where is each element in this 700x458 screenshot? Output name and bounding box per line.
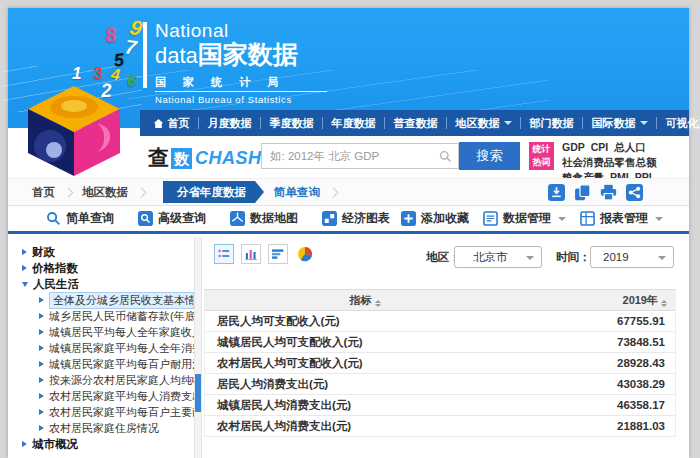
nav-label: 季度数据 <box>270 116 314 131</box>
table-row: 农村居民人均消费支出(元)21881.03 <box>205 416 675 437</box>
tool-label: 添加收藏 <box>421 210 469 227</box>
screen: 9 8 7 5 3 4 6 1 2 National data国家数据 国 家 … <box>0 0 700 458</box>
chashu-logo: 查 数 CHASHU <box>148 144 275 172</box>
nav-label: 国际数据 <box>592 116 636 131</box>
region-select[interactable]: 北京市 <box>454 246 542 268</box>
sidebar-scrollbar[interactable] <box>194 237 202 458</box>
hot-word-link[interactable]: GDP <box>562 141 585 153</box>
triangle-right-icon <box>39 297 44 303</box>
nav-label: 可视化产品 <box>666 116 700 131</box>
logo-digit: 7 <box>123 35 137 59</box>
copy-icon[interactable] <box>574 184 591 201</box>
site-title: National data国家数据 国 家 统 计 局 National Bur… <box>143 20 327 105</box>
title-english: National <box>155 20 327 41</box>
report-manage-icon <box>580 211 595 226</box>
tree-item-urban-durables[interactable]: 城镇居民家庭平均每百户耐用消费品拥有 <box>8 356 194 372</box>
sort-icon[interactable] <box>375 300 381 307</box>
nav-item-home[interactable]: 首页 <box>144 117 198 129</box>
chevron-right-icon <box>137 187 147 197</box>
chevron-down-icon <box>655 217 663 221</box>
tree-item-rural-durables[interactable]: 农村居民家庭平均每百户主要耐用消费品 <box>8 404 194 420</box>
triangle-right-icon <box>39 409 44 415</box>
tree-item-people-livelihood[interactable]: 人民生活 <box>8 276 194 292</box>
main-navigation: 首页 月度数据 季度数据 年度数据 普查数据 地区数据 部门数据 国际数据 可视… <box>140 110 689 136</box>
chart-grid-icon <box>322 211 337 226</box>
breadcrumb-active-provincial-annual[interactable]: 分省年度数据 <box>163 181 264 203</box>
nav-item-census[interactable]: 普查数据 <box>384 117 446 129</box>
advanced-query-tab[interactable]: 高级查询 <box>138 210 206 227</box>
tree-item-urban-income-source[interactable]: 城镇居民平均每人全年家庭收入来源 <box>8 324 194 340</box>
sidebar-scrollbar-thumb[interactable] <box>195 374 201 412</box>
breadcrumb-simple-query[interactable]: 简单查询 <box>274 185 320 200</box>
hot-word-link[interactable]: 总人口 <box>614 141 646 153</box>
header-label: 2019年 <box>623 294 658 306</box>
economic-charts-tab[interactable]: 经济图表 <box>322 210 390 227</box>
breadcrumb-home[interactable]: 首页 <box>32 185 55 200</box>
plus-icon <box>401 211 416 226</box>
hot-word-link[interactable]: 社会消费品零售总额 <box>562 156 657 168</box>
triangle-right-icon <box>39 377 44 383</box>
report-manage-dropdown[interactable]: 报表管理 <box>580 210 663 227</box>
tree-label: 农村居民家庭住房情况 <box>49 421 159 436</box>
sort-icon[interactable] <box>661 300 667 307</box>
data-map-tab[interactable]: 数据地图 <box>230 210 298 227</box>
query-tools: 简单查询 高级查询 数据地图 <box>8 210 390 227</box>
nav-item-monthly[interactable]: 月度数据 <box>198 117 260 129</box>
simple-query-tab[interactable]: 简单查询 <box>46 210 114 227</box>
print-icon[interactable] <box>600 184 617 201</box>
nav-item-regional[interactable]: 地区数据 <box>446 117 520 129</box>
tree-item-income-overview-selected[interactable]: 全体及分城乡居民收支基本情况(新口径) <box>8 292 194 308</box>
nav-label: 部门数据 <box>530 116 574 131</box>
hot-words-badge: 统计 热词 <box>529 142 554 170</box>
bureau-name-cn: 国 家 统 计 局 <box>155 75 327 90</box>
nav-item-annual[interactable]: 年度数据 <box>322 117 384 129</box>
site-header: 9 8 7 5 3 4 6 1 2 National data国家数据 国 家 … <box>8 8 689 128</box>
query-toolbar: 简单查询 高级查询 数据地图 <box>8 206 689 234</box>
hot-word-link[interactable]: CPI <box>591 141 609 153</box>
nav-label: 月度数据 <box>208 116 252 131</box>
breadcrumb-regional-data[interactable]: 地区数据 <box>82 185 128 200</box>
nav-item-international[interactable]: 国际数据 <box>582 117 656 129</box>
tree-item-city-overview[interactable]: 城市概况 <box>8 436 194 452</box>
tree-label: 按来源分农村居民家庭人均纯收入 <box>49 373 194 388</box>
search-input[interactable] <box>262 144 458 168</box>
nav-item-quarterly[interactable]: 季度数据 <box>260 117 322 129</box>
time-select[interactable]: 2019 <box>590 246 674 268</box>
tool-label: 简单查询 <box>66 210 114 227</box>
tree-item-rural-net-income[interactable]: 按来源分农村居民家庭人均纯收入 <box>8 372 194 388</box>
page-action-icons <box>548 184 643 201</box>
download-icon[interactable] <box>548 184 565 201</box>
triangle-right-icon <box>39 313 44 319</box>
nav-item-departmental[interactable]: 部门数据 <box>520 117 582 129</box>
logo-digit: 1 <box>72 64 81 84</box>
search-outline-icon <box>46 211 61 226</box>
tree-item-urban-consumption[interactable]: 城镇居民家庭平均每人全年消费性支出 <box>8 340 194 356</box>
data-manage-icon <box>483 211 498 226</box>
tree-item-finance[interactable]: 财政 <box>8 244 194 260</box>
header-label: 指标 <box>350 294 372 306</box>
tree-item-rural-housing[interactable]: 农村居民家庭住房情况 <box>8 420 194 436</box>
tree-label: 价格指数 <box>32 261 78 276</box>
add-favorite-button[interactable]: 添加收藏 <box>401 210 469 227</box>
share-icon[interactable] <box>626 184 643 201</box>
triangle-right-icon <box>39 393 44 399</box>
indicator-column-header: 指标 <box>205 293 525 308</box>
nav-item-visualization[interactable]: 可视化产品 <box>656 117 700 129</box>
table-row: 城镇居民人均可支配收入(元)73848.51 <box>205 332 675 353</box>
nav-label: 地区数据 <box>456 116 500 131</box>
tool-label: 数据管理 <box>503 210 551 227</box>
site-logo-cube[interactable]: 9 8 7 5 3 4 6 1 2 <box>20 8 150 176</box>
indicator-cell: 农村居民人均可支配收入(元) <box>205 356 525 371</box>
tree-label: 城乡居民人民币储蓄存款(年底余额) <box>49 309 194 324</box>
triangle-right-icon <box>22 249 27 255</box>
tree-label: 城镇居民平均每人全年家庭收入来源 <box>49 325 194 340</box>
triangle-right-icon <box>39 345 44 351</box>
search-button[interactable]: 搜索 <box>459 142 520 170</box>
tree-item-price-index[interactable]: 价格指数 <box>8 260 194 276</box>
tool-label: 报表管理 <box>600 210 648 227</box>
data-manage-dropdown[interactable]: 数据管理 <box>483 210 566 227</box>
tree-item-rural-consumption[interactable]: 农村居民家庭平均每人消费支出 <box>8 388 194 404</box>
indicator-cell: 农村居民人均消费支出(元) <box>205 419 525 434</box>
indicator-cell: 城镇居民人均消费支出(元) <box>205 398 525 413</box>
tree-item-savings-deposits[interactable]: 城乡居民人民币储蓄存款(年底余额) <box>8 308 194 324</box>
